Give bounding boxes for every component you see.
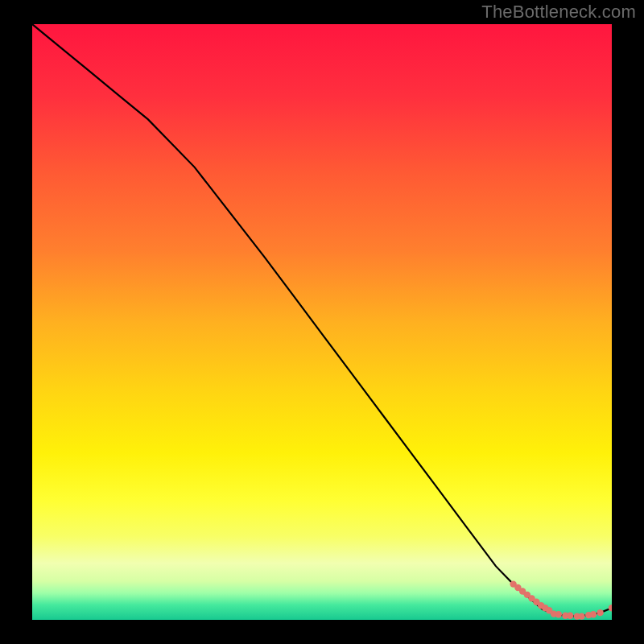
data-point: [590, 611, 597, 617]
data-point: [567, 613, 573, 619]
chart-frame: TheBottleneck.com: [0, 0, 644, 644]
plot-svg: [32, 24, 612, 620]
data-point: [578, 613, 584, 619]
data-point: [597, 609, 603, 616]
gradient-background: [32, 24, 612, 620]
watermark-label: TheBottleneck.com: [481, 2, 636, 23]
plot-area: [32, 24, 612, 620]
data-point: [555, 611, 562, 617]
